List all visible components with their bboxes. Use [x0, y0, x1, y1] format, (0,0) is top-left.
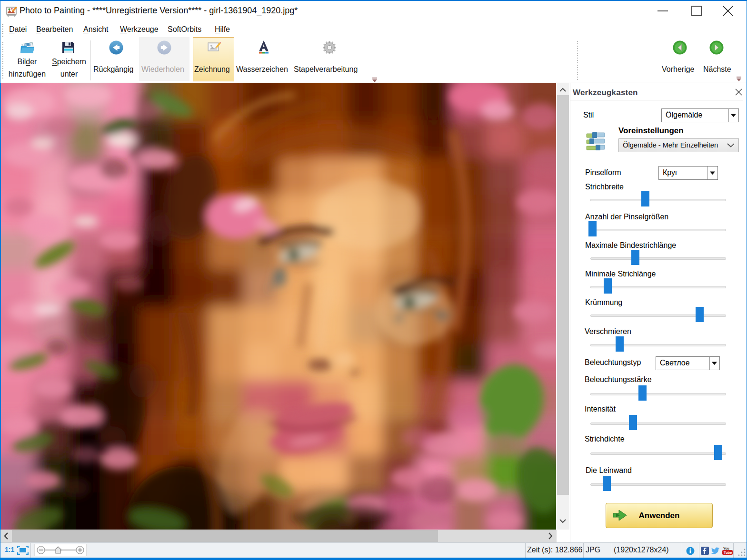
svg-text:Tube: Tube [724, 550, 732, 555]
svg-text:You: You [723, 547, 729, 550]
